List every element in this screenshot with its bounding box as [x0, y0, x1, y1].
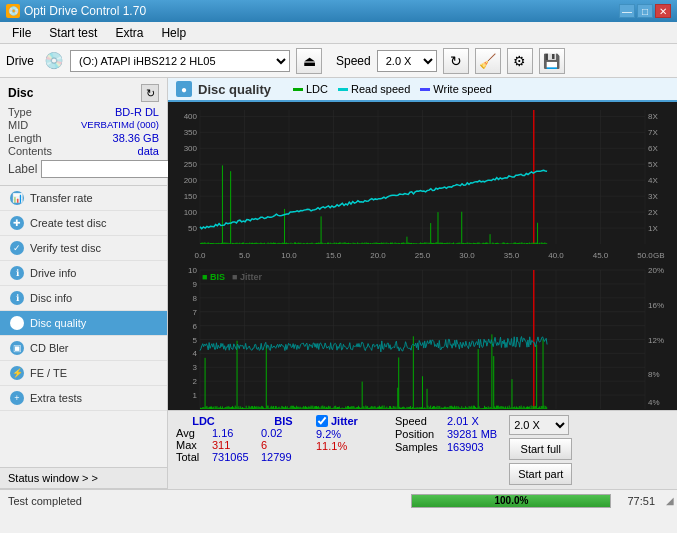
ldc-color-swatch	[293, 88, 303, 91]
mid-label: MID	[8, 119, 28, 131]
menu-file[interactable]: File	[4, 24, 39, 42]
disc-info-icon: ℹ	[10, 291, 24, 305]
verify-test-disc-icon: ✓	[10, 241, 24, 255]
status-time: 77:51	[619, 495, 663, 507]
settings-button[interactable]: ⚙	[507, 48, 533, 74]
eject-button[interactable]: ⏏	[296, 48, 322, 74]
sidebar-item-drive-info[interactable]: ℹ Drive info	[0, 261, 167, 286]
length-label: Length	[8, 132, 42, 144]
charts-area	[168, 102, 677, 410]
speed-label: Speed	[336, 54, 371, 68]
statusbar: Test completed 100.0% 77:51 ◢	[0, 489, 677, 511]
samples-label: Samples	[395, 441, 443, 453]
sidebar-item-create-test-disc[interactable]: ✚ Create test disc	[0, 211, 167, 236]
bis-max: 6	[261, 439, 291, 451]
jitter-checkbox[interactable]	[316, 415, 328, 427]
bis-total: 12799	[261, 451, 292, 463]
drive-icon: 💿	[44, 51, 64, 70]
disc-quality-icon: ●	[10, 316, 24, 330]
start-full-button[interactable]: Start full	[509, 438, 572, 460]
drive-info-icon: ℹ	[10, 266, 24, 280]
sidebar-item-transfer-rate[interactable]: 📊 Transfer rate	[0, 186, 167, 211]
minimize-button[interactable]: —	[619, 4, 635, 18]
sidebar-bottom: Status window > >	[0, 467, 167, 489]
disc-quality-header: ● Disc quality LDC Read speed Write spee…	[168, 78, 677, 102]
mid-value: VERBATIMd (000)	[81, 119, 159, 131]
legend-read-speed: Read speed	[338, 83, 410, 95]
ldc-max: 311	[212, 439, 257, 451]
legend-write-speed: Write speed	[420, 83, 492, 95]
status-window-button[interactable]: Status window > >	[0, 468, 167, 489]
sidebar-item-fe-te[interactable]: ⚡ FE / TE	[0, 361, 167, 386]
menu-help[interactable]: Help	[153, 24, 194, 42]
contents-label: Contents	[8, 145, 52, 157]
type-label: Type	[8, 106, 32, 118]
disc-refresh-button[interactable]: ↻	[141, 84, 159, 102]
position-value: 39281 MB	[447, 428, 497, 440]
drive-label: Drive	[6, 54, 34, 68]
jitter-avg: 9.2%	[316, 428, 341, 440]
sidebar-item-verify-test-disc[interactable]: ✓ Verify test disc	[0, 236, 167, 261]
drive-select[interactable]: (O:) ATAPI iHBS212 2 HL05	[70, 50, 290, 72]
jitter-header: Jitter	[331, 415, 358, 427]
sidebar-nav: 📊 Transfer rate ✚ Create test disc ✓ Ver…	[0, 186, 167, 467]
sidebar-item-extra-tests[interactable]: + Extra tests	[0, 386, 167, 411]
clear-button[interactable]: 🧹	[475, 48, 501, 74]
toolbar: Drive 💿 (O:) ATAPI iHBS212 2 HL05 ⏏ Spee…	[0, 44, 677, 78]
max-label: Max	[176, 439, 208, 451]
write-speed-color-swatch	[420, 88, 430, 91]
fe-te-icon: ⚡	[10, 366, 24, 380]
menu-extra[interactable]: Extra	[107, 24, 151, 42]
legend-ldc: LDC	[293, 83, 328, 95]
progress-label: 100.0%	[412, 495, 610, 507]
label-input[interactable]	[41, 160, 185, 178]
avg-label: Avg	[176, 427, 208, 439]
stats-speed-select[interactable]: 2.0 X1.0 X4.0 X	[509, 415, 569, 435]
app-icon: 💿	[6, 4, 20, 18]
ldc-total: 731065	[212, 451, 257, 463]
menubar: File Start test Extra Help	[0, 22, 677, 44]
speed-select[interactable]: 2.0 X1.0 X4.0 X8.0 X	[377, 50, 437, 72]
speed-label2: Speed	[395, 415, 443, 427]
length-value: 38.36 GB	[113, 132, 159, 144]
disc-quality-title: Disc quality	[198, 82, 271, 97]
titlebar: 💿 Opti Drive Control 1.70 — □ ✕	[0, 0, 677, 22]
extra-tests-icon: +	[10, 391, 24, 405]
bis-header: BIS	[261, 415, 306, 427]
save-button[interactable]: 💾	[539, 48, 565, 74]
menu-start-test[interactable]: Start test	[41, 24, 105, 42]
ldc-avg: 1.16	[212, 427, 257, 439]
status-text: Test completed	[0, 495, 403, 507]
cd-bler-icon: ▣	[10, 341, 24, 355]
close-button[interactable]: ✕	[655, 4, 671, 18]
stats-panel: LDC BIS Avg 1.16 0.02 Max 311 6	[168, 410, 677, 489]
start-part-button[interactable]: Start part	[509, 463, 572, 485]
refresh-button[interactable]: ↻	[443, 48, 469, 74]
create-test-disc-icon: ✚	[10, 216, 24, 230]
content-area: ● Disc quality LDC Read speed Write spee…	[168, 78, 677, 489]
contents-value: data	[138, 145, 159, 157]
progress-bar: 100.0%	[411, 494, 611, 508]
jitter-max: 11.1%	[316, 440, 347, 452]
total-label: Total	[176, 451, 208, 463]
maximize-button[interactable]: □	[637, 4, 653, 18]
position-label: Position	[395, 428, 443, 440]
ldc-header: LDC	[176, 415, 231, 427]
sidebar-item-cd-bler[interactable]: ▣ CD Bler	[0, 336, 167, 361]
sidebar: Disc ↻ Type BD-R DL MID VERBATIMd (000) …	[0, 78, 168, 489]
label-key: Label	[8, 162, 37, 176]
bis-avg: 0.02	[261, 427, 291, 439]
resize-handle[interactable]: ◢	[663, 494, 677, 508]
speed-value: 2.01 X	[447, 415, 479, 427]
sidebar-item-disc-info[interactable]: ℹ Disc info	[0, 286, 167, 311]
transfer-rate-icon: 📊	[10, 191, 24, 205]
disc-quality-icon: ●	[176, 81, 192, 97]
sidebar-item-disc-quality[interactable]: ● Disc quality	[0, 311, 167, 336]
read-speed-color-swatch	[338, 88, 348, 91]
type-value: BD-R DL	[115, 106, 159, 118]
disc-title: Disc	[8, 86, 33, 100]
samples-value: 163903	[447, 441, 484, 453]
app-title: Opti Drive Control 1.70	[24, 4, 146, 18]
disc-panel: Disc ↻ Type BD-R DL MID VERBATIMd (000) …	[0, 78, 167, 186]
